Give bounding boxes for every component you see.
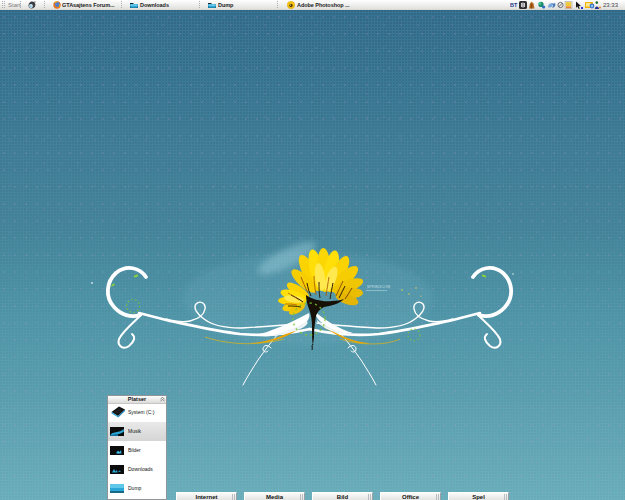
svg-text:SPRINGCOM: SPRINGCOM: [367, 285, 390, 289]
